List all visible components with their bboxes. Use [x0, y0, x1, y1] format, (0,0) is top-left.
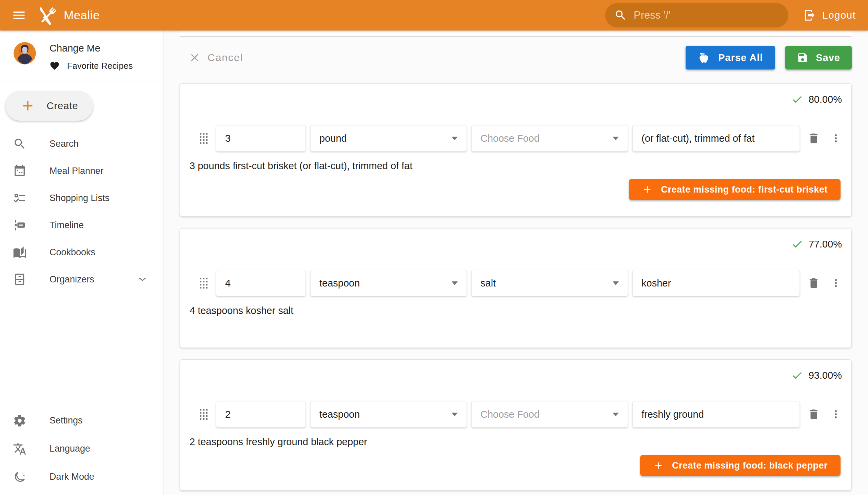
- drag-handle-icon[interactable]: [200, 409, 207, 420]
- save-button[interactable]: Save: [785, 46, 852, 69]
- drag-handle-icon[interactable]: [200, 133, 207, 144]
- magnify-icon: [13, 137, 27, 151]
- caret-icon: [452, 413, 458, 416]
- unit-input[interactable]: [319, 409, 447, 420]
- confidence-row: 80.00%: [189, 84, 842, 105]
- cancel-button[interactable]: Cancel: [188, 52, 243, 64]
- original-ingredient-text: 2 teaspoons freshly ground black pepper: [189, 436, 842, 447]
- food-input[interactable]: [480, 409, 609, 420]
- sidebar-item-organizers[interactable]: Organizers: [0, 266, 163, 293]
- food-input[interactable]: [480, 278, 609, 289]
- caret-icon: [452, 137, 458, 140]
- favorites-label: Favorite Recipes: [67, 61, 133, 71]
- quantity-input[interactable]: [225, 133, 297, 144]
- translate-icon: [13, 442, 27, 456]
- unit-select[interactable]: [310, 270, 467, 296]
- create-missing-food-label: Create missing food: black pepper: [672, 460, 828, 471]
- logo-icon: [36, 4, 58, 26]
- quantity-field[interactable]: [216, 125, 306, 152]
- confidence-row: 77.00%: [189, 228, 842, 250]
- note-field[interactable]: [632, 401, 800, 428]
- sidebar-item-label: Settings: [50, 415, 83, 426]
- check-icon: [791, 93, 803, 105]
- note-input[interactable]: [642, 409, 791, 420]
- trash-icon[interactable]: [807, 277, 820, 290]
- note-field[interactable]: [632, 270, 800, 296]
- sidebar-item-cookbooks[interactable]: Cookbooks: [0, 239, 163, 266]
- close-icon: [188, 52, 201, 64]
- sidebar-item-shopping-lists[interactable]: Shopping Lists: [0, 185, 163, 211]
- menu-button[interactable]: [12, 8, 27, 23]
- trash-icon[interactable]: [807, 132, 820, 145]
- parse-all-button[interactable]: Parse All: [685, 46, 775, 69]
- quantity-input[interactable]: [225, 278, 297, 289]
- sidebar-item-search[interactable]: Search: [0, 130, 163, 157]
- ingredient-card: 77.00% 4 teaspoons kosher salt: [180, 228, 852, 348]
- food-input[interactable]: [480, 133, 609, 144]
- logout-label: Logout: [822, 10, 856, 21]
- sidebar-item-language[interactable]: Language: [0, 434, 163, 463]
- kebab-menu-icon[interactable]: [830, 132, 842, 144]
- avatar[interactable]: [14, 42, 36, 64]
- original-ingredient-text: 3 pounds first-cut brisket (or flat-cut)…: [189, 160, 842, 172]
- quantity-input[interactable]: [225, 409, 297, 420]
- trash-icon[interactable]: [807, 408, 820, 421]
- unit-input[interactable]: [319, 278, 447, 289]
- logout-icon: [803, 9, 816, 22]
- sidebar-item-settings[interactable]: Settings: [0, 407, 163, 434]
- ingredient-fields-row: [189, 401, 842, 428]
- sidebar-item-label: Language: [50, 443, 90, 454]
- favorite-recipes-link[interactable]: Favorite Recipes: [50, 61, 133, 71]
- sidebar: Change Me Favorite Recipes Create Search…: [0, 31, 164, 495]
- gear-icon: [13, 414, 27, 428]
- scrolled-card-edge: [180, 31, 852, 37]
- sidebar-item-label: Dark Mode: [50, 472, 94, 482]
- apple-icon: [698, 52, 710, 64]
- note-field[interactable]: [632, 125, 800, 152]
- create-missing-food-button[interactable]: Create missing food: first-cut brisket: [629, 179, 840, 200]
- create-missing-food-label: Create missing food: first-cut brisket: [661, 185, 828, 195]
- sidebar-item-label: Cookbooks: [50, 247, 95, 258]
- unit-select[interactable]: [310, 125, 467, 152]
- parser-toolbar: Cancel Parse All Save: [180, 46, 852, 70]
- caret-icon: [452, 281, 458, 285]
- confidence-value: 80.00%: [809, 94, 842, 105]
- search-input[interactable]: Press '/': [605, 3, 788, 28]
- kebab-menu-icon[interactable]: [830, 408, 842, 421]
- create-button[interactable]: Create: [5, 91, 93, 121]
- calendar-icon: [13, 164, 27, 178]
- kebab-menu-icon[interactable]: [830, 277, 842, 289]
- plus-icon: [20, 98, 36, 114]
- food-select[interactable]: [471, 125, 628, 152]
- quantity-field[interactable]: [216, 270, 306, 296]
- sidebar-item-dark-mode[interactable]: Dark Mode: [0, 463, 163, 491]
- drag-handle-icon[interactable]: [200, 278, 207, 289]
- note-input[interactable]: [642, 278, 791, 289]
- cabinet-icon: [13, 273, 27, 286]
- ingredient-fields-row: [189, 125, 842, 152]
- food-select[interactable]: [471, 401, 628, 428]
- sidebar-item-meal-planner[interactable]: Meal Planner: [0, 157, 163, 185]
- sidebar-item-timeline[interactable]: Timeline: [0, 211, 163, 239]
- unit-select[interactable]: [310, 401, 467, 428]
- note-input[interactable]: [642, 133, 791, 144]
- moon-icon: [13, 470, 27, 484]
- sidebar-item-label: Search: [50, 139, 79, 149]
- food-select[interactable]: [471, 270, 628, 296]
- confidence-value: 93.00%: [809, 370, 842, 381]
- save-icon: [797, 52, 808, 63]
- quantity-field[interactable]: [216, 401, 306, 428]
- check-icon: [791, 369, 803, 381]
- confidence-value: 77.00%: [809, 239, 842, 250]
- sidebar-item-label: Meal Planner: [50, 166, 103, 176]
- unit-input[interactable]: [319, 133, 447, 144]
- create-label: Create: [47, 100, 78, 112]
- chevron-down-icon: [136, 273, 149, 286]
- create-missing-food-button[interactable]: Create missing food: black pepper: [640, 455, 840, 476]
- list-checks-icon: [13, 191, 27, 205]
- menu-icon: [12, 8, 27, 23]
- search-placeholder: Press '/': [634, 9, 670, 21]
- logout-button[interactable]: Logout: [803, 9, 856, 22]
- sidebar-item-label: Timeline: [50, 220, 84, 231]
- app-title: Mealie: [64, 8, 100, 22]
